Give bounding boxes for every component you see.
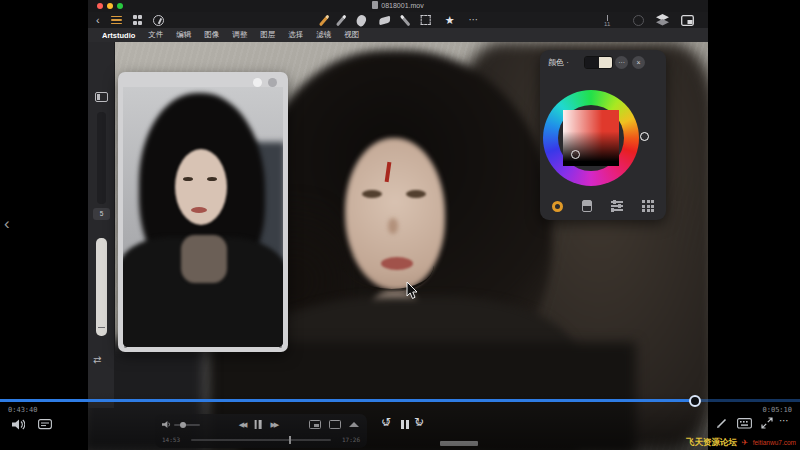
inner-seek-handle[interactable] — [289, 436, 291, 444]
main-menu-icon[interactable] — [111, 16, 122, 25]
secondary-color-swatch[interactable] — [599, 57, 613, 68]
panel-toggle-icon[interactable] — [95, 92, 108, 102]
seek-bar[interactable] — [0, 399, 800, 402]
menu-artstudio[interactable]: Artstudio — [102, 31, 135, 40]
color-panel-title-dot: · — [566, 58, 569, 67]
color-mode-switcher — [540, 200, 666, 212]
inner-seek-bar[interactable] — [191, 439, 331, 441]
mouse-cursor — [406, 282, 418, 300]
document-icon — [372, 1, 378, 9]
previous-video-chevron[interactable]: ‹ — [4, 214, 10, 234]
layers-icon[interactable] — [656, 14, 669, 26]
painting-right-eye — [406, 190, 426, 198]
inner-video-controls[interactable]: ◀◀ ▶▶ 14:53 17:26 — [155, 414, 367, 448]
window-titlebar: 0818001.mov — [88, 0, 708, 12]
sliders-mode-icon[interactable] — [611, 201, 623, 211]
smudge-tool-icon[interactable] — [355, 13, 368, 27]
reference-close-button[interactable] — [268, 78, 277, 87]
menu-edit[interactable]: 编辑 — [176, 30, 191, 40]
menu-file[interactable]: 文件 — [148, 30, 163, 40]
video-player: 0818001.mov ‹ ★ ⋯ 11 — [0, 0, 800, 450]
skip-forward-30-button[interactable]: ↻ 30 — [414, 417, 424, 427]
left-tool-sidebar: 5 ⇄ — [88, 42, 115, 408]
inner-volume-slider[interactable] — [174, 424, 200, 426]
brush-setting-value: 11 — [604, 21, 610, 27]
current-color-swatch[interactable] — [633, 15, 644, 26]
more-tools-icon[interactable]: ⋯ — [469, 16, 480, 24]
app-toolbar: ‹ ★ ⋯ 11 — [88, 12, 708, 28]
paint-brush-tool-icon[interactable] — [319, 14, 330, 26]
menu-image[interactable]: 图像 — [204, 30, 219, 40]
transform-arrows-icon[interactable]: ⇄ — [93, 354, 101, 365]
pause-button[interactable] — [401, 420, 409, 429]
reference-photo — [123, 87, 283, 347]
menu-filter[interactable]: 滤镜 — [316, 30, 331, 40]
inner-total-time: 17:26 — [342, 436, 360, 443]
color-panel[interactable]: 颜色 · ⋯ × — [540, 50, 666, 220]
painting-canvas[interactable]: 5 ⇄ — [88, 42, 708, 450]
inner-pause-icon[interactable] — [254, 420, 261, 429]
annotate-pencil-icon[interactable] — [716, 417, 728, 429]
saturation-selector[interactable] — [571, 150, 580, 159]
resize-handle-left[interactable] — [124, 345, 127, 348]
photo-turtleneck — [181, 235, 227, 283]
plane-icon: ✈ — [741, 438, 748, 447]
canvas-gray-strip — [440, 441, 478, 446]
brush-size-slider[interactable] — [97, 112, 106, 204]
color-panel-more-button[interactable]: ⋯ — [615, 56, 628, 69]
elapsed-time: 0:43:40 — [8, 406, 38, 414]
menu-view[interactable]: 视图 — [344, 30, 359, 40]
brush-size-value: 5 — [93, 208, 110, 220]
menu-layer[interactable]: 图层 — [260, 30, 275, 40]
wheel-mode-icon[interactable] — [552, 201, 563, 212]
eraser-tool-icon[interactable] — [379, 15, 390, 25]
hue-selector[interactable] — [640, 132, 649, 141]
fast-forward-icon[interactable]: ▶▶ — [270, 421, 277, 429]
reference-window[interactable] — [118, 72, 288, 352]
eyedropper-tool-icon[interactable] — [400, 14, 411, 26]
pencil-tool-icon[interactable] — [336, 14, 347, 26]
brush-setting-slider[interactable]: 11 — [595, 15, 621, 25]
window-title: 0818001.mov — [88, 1, 708, 9]
primary-secondary-swatch[interactable] — [584, 56, 613, 69]
palette-mode-icon[interactable] — [642, 200, 654, 212]
stylus-circle-icon[interactable] — [153, 15, 164, 26]
gradient-mode-icon[interactable] — [582, 200, 592, 212]
inner-current-time: 14:53 — [162, 436, 180, 443]
selection-tool-icon[interactable] — [421, 15, 431, 25]
seek-handle[interactable] — [689, 395, 701, 407]
picture-in-picture-icon[interactable] — [309, 420, 321, 429]
more-options-icon[interactable]: ⋯ — [779, 415, 790, 426]
resize-handle-right[interactable] — [279, 345, 282, 348]
photo-right-eye — [207, 177, 217, 181]
watermark-forum-text: 飞天资源论坛 — [686, 437, 737, 447]
skip-back-10-button[interactable]: ↺ 10 — [381, 417, 391, 427]
photo-lips — [191, 207, 207, 213]
watermark: 飞天资源论坛 ✈ feitianwu7.com — [686, 431, 796, 449]
reference-options-button[interactable] — [253, 78, 262, 87]
screen-recording-frame[interactable]: 0818001.mov ‹ ★ ⋯ 11 — [88, 0, 708, 450]
favorites-star-icon[interactable]: ★ — [445, 15, 455, 26]
keyboard-icon[interactable] — [737, 418, 752, 429]
airplay-icon[interactable] — [349, 422, 359, 427]
color-panel-close-button[interactable]: × — [632, 56, 645, 69]
back-icon[interactable]: ‹ — [96, 15, 100, 25]
primary-color-swatch[interactable] — [585, 57, 599, 68]
remaining-time: 0:05:10 — [762, 406, 792, 414]
watermark-site-text: feitianwu7.com — [753, 439, 796, 446]
menu-adjust[interactable]: 调整 — [232, 30, 247, 40]
rewind-icon[interactable]: ◀◀ — [239, 421, 246, 429]
menu-select[interactable]: 选择 — [288, 30, 303, 40]
display-icon[interactable] — [329, 420, 341, 429]
color-panel-title: 颜色 — [548, 58, 564, 67]
canvas-icon[interactable] — [681, 15, 694, 26]
subtitles-icon[interactable] — [38, 419, 52, 430]
fullscreen-icon[interactable] — [761, 417, 773, 429]
window-title-text: 0818001.mov — [381, 2, 423, 9]
volume-icon[interactable] — [12, 419, 25, 430]
brush-opacity-slider[interactable] — [96, 238, 107, 336]
gallery-grid-icon[interactable] — [133, 15, 143, 25]
painting-nose — [388, 218, 398, 234]
inner-volume-icon[interactable] — [162, 420, 171, 429]
photo-left-eye — [183, 177, 193, 181]
